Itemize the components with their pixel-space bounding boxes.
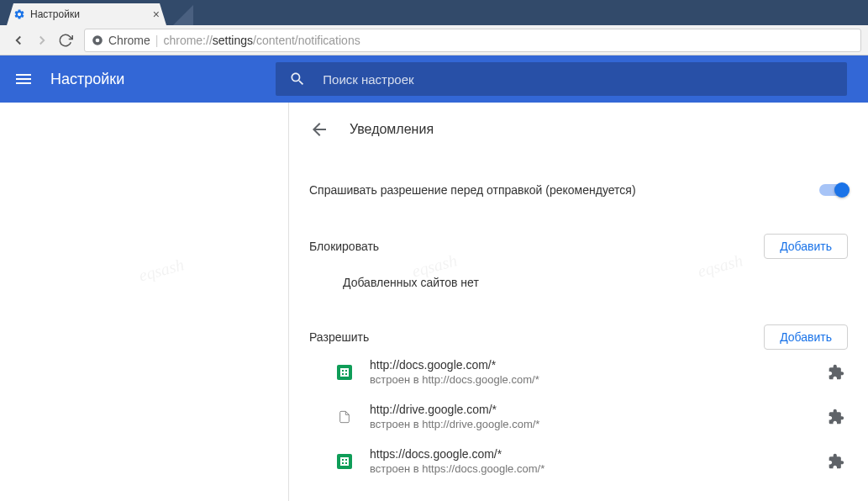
tab-strip: Настройки ×: [0, 0, 868, 25]
extension-icon[interactable]: [828, 409, 844, 425]
main-panel: Уведомления Спрашивать разрешение перед …: [288, 103, 868, 501]
browser-tab[interactable]: Настройки ×: [7, 3, 166, 25]
block-add-button[interactable]: Добавить: [764, 234, 848, 259]
site-url: http://drive.google.com/*: [370, 403, 828, 416]
new-tab-button[interactable]: [173, 5, 193, 25]
content-area: Уведомления Спрашивать разрешение перед …: [0, 103, 868, 501]
search-box[interactable]: [276, 62, 847, 96]
url-rest: /content/notifications: [253, 34, 360, 47]
settings-header: Настройки: [0, 55, 868, 103]
svg-rect-5: [340, 368, 342, 377]
search-input[interactable]: [323, 72, 834, 87]
tab-title: Настройки: [30, 8, 153, 20]
block-section-title: Блокировать: [309, 240, 379, 253]
sidebar-space: [0, 103, 288, 501]
search-icon: [289, 71, 306, 87]
extension-icon[interactable]: [828, 364, 844, 381]
svg-rect-12: [344, 457, 345, 466]
sheets-icon: [329, 454, 360, 469]
site-sublabel: встроен в http://docs.google.com/*: [370, 373, 828, 386]
allow-section-header: Разрешить Добавить: [309, 324, 848, 350]
url-bold: settings: [213, 34, 253, 47]
svg-rect-11: [340, 457, 342, 466]
site-url: http://docs.google.com/*: [370, 358, 828, 372]
svg-rect-6: [344, 368, 345, 377]
main-toggle[interactable]: [819, 184, 848, 196]
page-header: Уведомления: [309, 119, 848, 140]
navigation-bar: Chrome | chrome://settings/content/notif…: [0, 25, 868, 55]
site-row[interactable]: https://docs.google.com/*встроен в https…: [309, 439, 848, 483]
site-sublabel: встроен в https://docs.google.com/*: [370, 462, 828, 475]
page-title: Уведомления: [350, 122, 434, 137]
extension-icon[interactable]: [828, 453, 844, 470]
allow-section-title: Разрешить: [309, 330, 369, 344]
svg-rect-7: [347, 368, 349, 377]
gear-icon: [13, 8, 25, 20]
url-label: Chrome: [108, 34, 150, 47]
main-toggle-label: Спрашивать разрешение перед отправкой (р…: [309, 183, 636, 197]
settings-title: Настройки: [50, 71, 124, 88]
document-icon: [329, 409, 360, 425]
allow-list: http://docs.google.com/*встроен в http:/…: [309, 350, 848, 483]
back-arrow-icon[interactable]: [309, 119, 329, 140]
block-section-header: Блокировать Добавить: [309, 234, 848, 259]
back-button[interactable]: [7, 29, 30, 52]
site-row[interactable]: http://docs.google.com/*встроен в http:/…: [309, 350, 848, 394]
main-toggle-row: Спрашивать разрешение перед отправкой (р…: [309, 173, 848, 207]
allow-add-button[interactable]: Добавить: [764, 324, 848, 350]
site-url: https://docs.google.com/*: [370, 447, 828, 461]
svg-point-1: [96, 38, 100, 42]
site-info: http://drive.google.com/*встроен в http:…: [370, 403, 828, 430]
address-bar[interactable]: Chrome | chrome://settings/content/notif…: [84, 29, 861, 52]
site-info: http://docs.google.com/*встроен в http:/…: [370, 358, 828, 386]
toggle-knob: [834, 182, 850, 198]
reload-button[interactable]: [54, 29, 77, 52]
chrome-icon: [92, 34, 103, 46]
site-row[interactable]: http://drive.google.com/*встроен в http:…: [309, 394, 848, 439]
sheets-icon: [329, 365, 360, 380]
svg-rect-13: [347, 457, 349, 466]
block-empty-message: Добавленных сайтов нет: [309, 259, 848, 298]
url-scheme: chrome://: [163, 34, 212, 47]
menu-icon[interactable]: [13, 69, 34, 89]
close-icon[interactable]: ×: [153, 8, 160, 21]
site-info: https://docs.google.com/*встроен в https…: [370, 447, 828, 475]
site-sublabel: встроен в http://drive.google.com/*: [370, 418, 828, 430]
forward-button[interactable]: [30, 29, 54, 52]
